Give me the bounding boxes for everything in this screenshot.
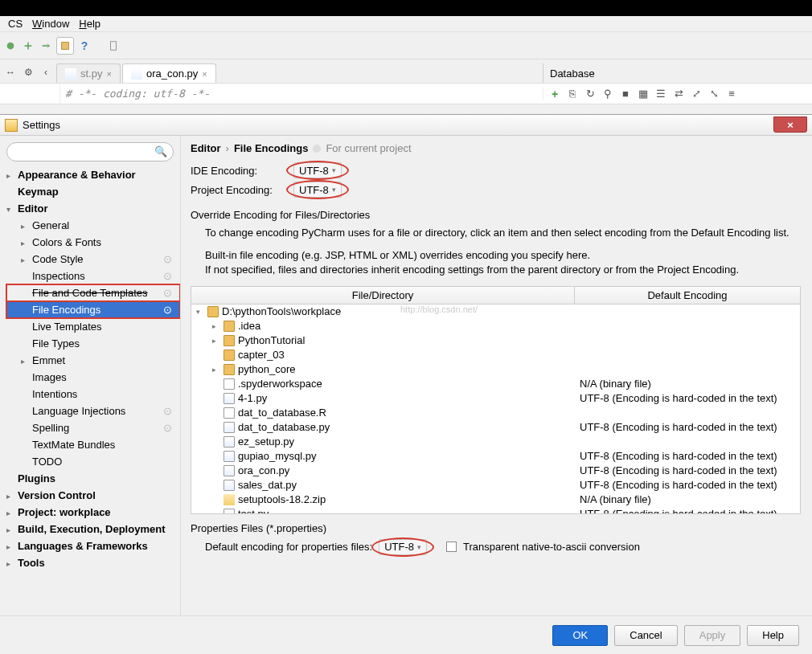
settings-sidebar: 🔍 Appearance & Behavior Keymap Editor Ge…	[0, 136, 181, 615]
stop-icon[interactable]: ■	[619, 88, 632, 100]
table-row[interactable]: dat_to_database.R	[191, 406, 800, 420]
settings-dialog: Settings × 🔍 Appearance & Behavior Keyma…	[0, 114, 812, 654]
table-row[interactable]: ▾D:\pythonTools\workplace	[191, 305, 800, 319]
table-row[interactable]: dat_to_database.pyUTF-8 (Encoding is har…	[191, 420, 800, 435]
tree-item[interactable]: Intentions	[6, 386, 180, 403]
gear-icon[interactable]: ⚙	[21, 65, 35, 80]
table-row[interactable]: ▸python_core	[191, 362, 800, 377]
ok-button[interactable]: OK	[552, 625, 608, 646]
twisty-icon[interactable]: ▾	[196, 308, 204, 316]
ide-encoding-label: IDE Encoding:	[191, 165, 287, 177]
encoding-value: N/A (binary file)	[575, 493, 800, 505]
nav-icon[interactable]: ↔	[3, 65, 18, 80]
table-row[interactable]: .spyderworkspaceN/A (binary file)	[191, 377, 800, 391]
table-row[interactable]: ora_con.pyUTF-8 (Encoding is hard-coded …	[191, 464, 800, 478]
chevron-down-icon: ▾	[332, 186, 336, 194]
table-icon[interactable]: ▦	[637, 88, 650, 100]
py-icon	[224, 509, 235, 513]
search-icon: 🔍	[154, 145, 167, 157]
tree-item[interactable]: Languages & Frameworks	[6, 538, 180, 554]
table-row[interactable]: gupiao_mysql.pyUTF-8 (Encoding is hard-c…	[191, 449, 800, 464]
folder-icon	[207, 306, 219, 317]
chevron-left-icon[interactable]: ‹	[39, 65, 53, 80]
settings-search-input[interactable]	[6, 142, 174, 161]
table-row[interactable]: setuptools-18.2.zipN/A (binary file)	[191, 493, 800, 507]
settings-icon[interactable]: ≡	[725, 88, 738, 100]
help-icon[interactable]: ?	[77, 39, 92, 53]
twisty-icon[interactable]: ▸	[212, 337, 220, 345]
help-button[interactable]: Help	[747, 625, 799, 646]
transparent-label: Transparent native-to-ascii conversion	[463, 541, 640, 553]
tree-item[interactable]: TextMate Bundles	[6, 436, 180, 453]
close-icon[interactable]: ×	[202, 69, 207, 79]
add-icon[interactable]: +	[548, 88, 561, 100]
file-name: test.py	[238, 508, 269, 513]
toolbar-icon[interactable]	[3, 39, 18, 53]
properties-encoding-combo[interactable]: UTF-8▾	[379, 539, 427, 555]
table-row[interactable]: ▸PythonTutorial	[191, 333, 800, 348]
table-row[interactable]: 4-1.pyUTF-8 (Encoding is hard-coded in t…	[191, 391, 800, 406]
file-name: PythonTutorial	[238, 334, 305, 346]
tree-item[interactable]: Appearance & Behavior	[6, 166, 180, 183]
toolbar-icon[interactable]	[21, 39, 35, 53]
column-header[interactable]: Default Encoding	[575, 287, 800, 304]
table-row[interactable]: capter_03	[191, 348, 800, 362]
collapse-icon[interactable]: ⤡	[707, 88, 720, 100]
close-button[interactable]: ×	[773, 116, 807, 133]
tree-item[interactable]: Tools	[6, 554, 180, 571]
project-encoding-combo[interactable]: UTF-8▾	[293, 182, 342, 198]
toolbar-icon[interactable]	[39, 39, 53, 53]
toolbar-icon[interactable]	[56, 37, 74, 55]
table-row[interactable]: ▸.idea	[191, 319, 800, 333]
editor-tab[interactable]: st.py ×	[56, 63, 121, 83]
tree-item[interactable]: Project: workplace	[6, 504, 180, 521]
tree-item[interactable]: Images	[6, 369, 180, 386]
cancel-button[interactable]: Cancel	[614, 625, 677, 646]
table-row[interactable]: sales_dat.pyUTF-8 (Encoding is hard-code…	[191, 478, 800, 493]
tree-item[interactable]: General	[6, 217, 180, 234]
transparent-checkbox[interactable]	[446, 542, 457, 552]
tree-item[interactable]: Colors & Fonts	[6, 234, 180, 251]
tree-item[interactable]: Live Templates	[6, 318, 180, 335]
database-panel-title: Database	[543, 63, 812, 83]
file-icon	[224, 407, 235, 419]
refresh-icon[interactable]: ↻	[584, 88, 597, 100]
twisty-icon[interactable]: ▸	[212, 366, 220, 374]
tree-item[interactable]: File Types	[6, 335, 180, 352]
file-name: .spyderworkspace	[238, 378, 322, 390]
sync-icon[interactable]: ⇄	[672, 88, 685, 100]
tree-item[interactable]: Plugins	[6, 470, 180, 487]
tree-item[interactable]: Build, Execution, Deployment	[6, 521, 180, 538]
filter-icon[interactable]: ⚲	[601, 88, 614, 100]
encoding-value: UTF-8 (Encoding is hard-coded in the tex…	[575, 450, 800, 462]
tree-item[interactable]: Version Control	[6, 487, 180, 504]
ide-encoding-combo[interactable]: UTF-8▾	[293, 162, 342, 178]
menu-window[interactable]: Window	[27, 18, 74, 30]
tree-item[interactable]: TODO	[6, 453, 180, 470]
tree-item[interactable]: Language Injections⊙	[6, 403, 180, 419]
py-icon	[224, 451, 235, 462]
menu-help[interactable]: Help	[74, 18, 105, 30]
close-icon[interactable]: ×	[106, 69, 111, 79]
apply-button[interactable]: Apply	[684, 625, 741, 646]
table-row[interactable]: test.pyUTF-8 (Encoding is hard-coded in …	[191, 507, 800, 513]
tree-item[interactable]: Editor	[6, 200, 180, 217]
file-name: sales_dat.py	[238, 479, 297, 491]
tree-item[interactable]: Keymap	[6, 183, 180, 200]
tree-item[interactable]: File and Code Templates⊙	[6, 284, 180, 301]
expand-icon[interactable]: ⤢	[690, 88, 703, 100]
tree-item-selected[interactable]: File Encodings⊙	[6, 301, 180, 318]
tree-item[interactable]: Inspections⊙	[6, 268, 180, 284]
columns-icon[interactable]: ☰	[654, 88, 667, 100]
encoding-value: UTF-8 (Encoding is hard-coded in the tex…	[575, 479, 800, 491]
column-header[interactable]: File/Directory	[191, 287, 575, 304]
copy-icon[interactable]: ⎘	[566, 88, 579, 100]
menu-vcs[interactable]: CS	[3, 18, 27, 30]
tree-item[interactable]: Code Style⊙	[6, 251, 180, 268]
toolbar-icon[interactable]	[106, 39, 121, 53]
tree-item[interactable]: Spelling⊙	[6, 419, 180, 436]
table-row[interactable]: ez_setup.py	[191, 435, 800, 449]
twisty-icon[interactable]: ▸	[212, 322, 220, 330]
editor-tab-active[interactable]: ora_con.py ×	[122, 63, 216, 83]
tree-item[interactable]: Emmet	[6, 352, 180, 369]
